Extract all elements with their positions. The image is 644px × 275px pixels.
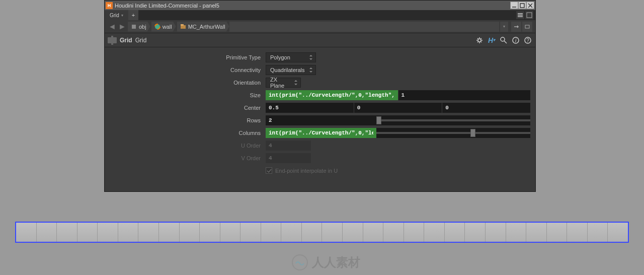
grid-cell xyxy=(547,223,568,242)
connectivity-dropdown[interactable]: Quadrilaterals xyxy=(266,65,316,75)
pin-button[interactable] xyxy=(511,22,521,32)
grid-cell xyxy=(608,223,628,242)
svg-rect-4 xyxy=(518,13,523,14)
svg-rect-8 xyxy=(132,25,136,29)
info-icon[interactable]: i xyxy=(511,36,520,45)
end-interp-checkbox xyxy=(266,167,272,174)
param-label: V Order xyxy=(105,155,266,161)
svg-rect-1 xyxy=(520,4,524,8)
pane-menu-icon[interactable] xyxy=(516,11,524,19)
svg-text:?: ? xyxy=(526,38,529,43)
pane-maximize-icon[interactable] xyxy=(525,11,533,19)
node-header: Grid Grid H▾ i ? xyxy=(105,33,535,47)
center-y-field[interactable] xyxy=(354,103,442,113)
grid-cell xyxy=(77,223,98,242)
columns-slider[interactable] xyxy=(376,128,530,138)
param-label: Connectivity xyxy=(105,67,266,73)
grid-cell xyxy=(363,223,384,242)
rows-slider[interactable] xyxy=(376,115,530,125)
tab-label: Grid xyxy=(110,13,119,18)
center-z-field[interactable] xyxy=(442,103,530,113)
breadcrumb-label: MC_ArthurWall xyxy=(188,24,225,30)
svg-rect-5 xyxy=(518,15,523,16)
search-icon[interactable] xyxy=(499,36,508,45)
node-name-field[interactable]: Grid xyxy=(135,37,472,44)
grid-cell xyxy=(445,223,465,242)
columns-field[interactable] xyxy=(266,128,376,138)
breadcrumb-root[interactable]: obj xyxy=(128,22,150,32)
grid-cell xyxy=(240,223,261,242)
svg-rect-12 xyxy=(181,24,184,26)
rows-field[interactable] xyxy=(266,115,376,125)
grid-cell xyxy=(37,223,57,242)
param-label: Primitive Type xyxy=(105,54,266,60)
find-button[interactable] xyxy=(522,22,532,32)
breadcrumb-label: wall xyxy=(163,24,172,30)
grid-cell xyxy=(567,223,588,242)
svg-point-15 xyxy=(501,37,505,41)
orientation-dropdown[interactable]: ZX Plane xyxy=(266,78,301,88)
grid-cell xyxy=(200,223,220,242)
minimize-button[interactable] xyxy=(510,2,518,9)
node-type-label: Grid xyxy=(120,37,132,44)
grid-node-icon xyxy=(108,37,117,43)
grid-cell xyxy=(281,223,302,242)
nav-forward-button[interactable]: ► xyxy=(118,22,127,31)
grid-cell xyxy=(322,223,343,242)
grid-cell xyxy=(16,223,37,242)
breadcrumb-dropdown[interactable]: ▾ xyxy=(500,22,508,32)
nav-back-button[interactable]: ◄ xyxy=(108,22,117,31)
grid-cell xyxy=(526,223,547,242)
size-y-field[interactable] xyxy=(398,90,531,100)
breadcrumb-fill[interactable] xyxy=(229,22,499,32)
watermark-text: 人人素材 xyxy=(312,254,360,270)
svg-rect-7 xyxy=(527,13,532,18)
svg-text:i: i xyxy=(515,38,517,43)
grid-cell xyxy=(118,223,139,242)
param-label: Columns xyxy=(105,130,266,136)
watermark-logo-icon xyxy=(292,254,308,270)
tab-dropdown-icon[interactable]: ▾ xyxy=(121,13,123,18)
grid-cell xyxy=(465,223,486,242)
help-icon[interactable]: ? xyxy=(523,36,532,45)
svg-rect-6 xyxy=(518,16,523,17)
param-label: Center xyxy=(105,105,266,111)
gear-icon[interactable] xyxy=(475,36,484,45)
breadcrumb-wall[interactable]: wall xyxy=(151,22,176,32)
tab-grid[interactable]: Grid ▾ xyxy=(105,10,128,20)
grid-cell xyxy=(261,223,282,242)
window-title: Houdini Indie Limited-Commercial - panel… xyxy=(115,3,219,9)
grid-cell xyxy=(98,223,118,242)
parameter-panel: Primitive Type Polygon Connectivity Quad… xyxy=(105,47,535,181)
titlebar[interactable]: H Houdini Indie Limited-Commercial - pan… xyxy=(105,1,535,10)
grid-cell xyxy=(404,223,425,242)
breadcrumb-subnet[interactable]: MC_ArthurWall xyxy=(177,22,229,32)
maximize-button[interactable] xyxy=(518,2,526,9)
grid-cell xyxy=(159,223,180,242)
param-label: Orientation xyxy=(105,80,266,86)
size-x-field[interactable] xyxy=(266,90,398,100)
breadcrumb-label: obj xyxy=(139,24,146,30)
center-x-field[interactable] xyxy=(266,103,354,113)
param-label: Rows xyxy=(105,117,266,123)
hscript-icon[interactable]: H▾ xyxy=(487,36,496,45)
grid-cell xyxy=(180,223,200,242)
grid-cell xyxy=(302,223,323,242)
viewport-grid-mesh[interactable] xyxy=(15,222,629,243)
grid-cell xyxy=(506,223,527,242)
breadcrumb-bar: ◄ ► obj wall MC_ArthurWall ▾ xyxy=(105,20,535,33)
slider-thumb[interactable] xyxy=(470,129,475,137)
grid-cell xyxy=(220,223,241,242)
slider-thumb[interactable] xyxy=(376,116,381,124)
geo-icon xyxy=(154,24,160,30)
tab-add-button[interactable]: + xyxy=(128,10,138,20)
svg-rect-13 xyxy=(525,25,529,28)
grid-cell xyxy=(424,223,445,242)
grid-cell xyxy=(588,223,608,242)
primitive-type-dropdown[interactable]: Polygon xyxy=(266,52,316,62)
grid-cell xyxy=(383,223,404,242)
v-order-field xyxy=(266,153,311,163)
watermark: 人人素材 xyxy=(292,254,360,270)
grid-cell xyxy=(138,223,159,242)
close-button[interactable] xyxy=(526,2,534,9)
